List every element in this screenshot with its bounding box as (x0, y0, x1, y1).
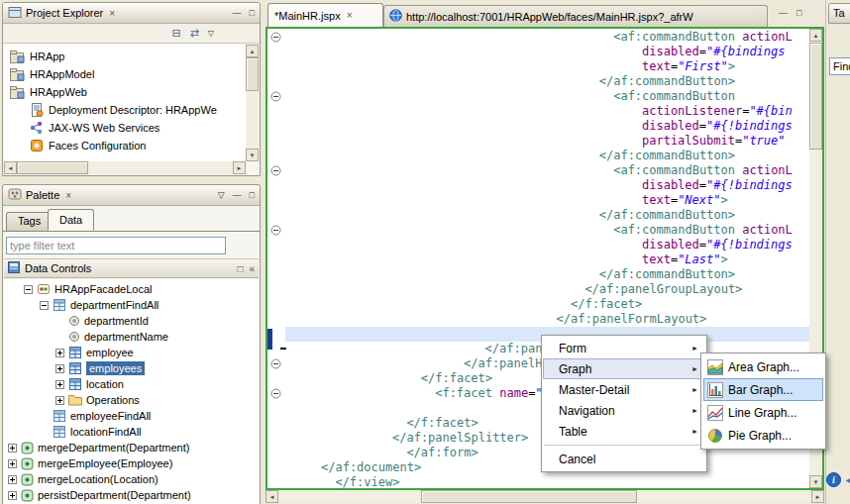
tree-item-faces-configuration[interactable]: Faces Configuration (4, 137, 246, 154)
tree-item-operations[interactable]: Operations (4, 392, 259, 408)
project-explorer-horizontal-scrollbar[interactable]: ◄ ► (4, 161, 246, 174)
tree-item-departmentid[interactable]: departmentId (4, 313, 259, 329)
close-icon[interactable]: × (109, 8, 115, 19)
expand-icon[interactable] (8, 459, 17, 468)
menu-item-graph[interactable]: Graph► (543, 358, 705, 379)
tree-item-departmentfindall[interactable]: departmentFindAll (4, 297, 259, 313)
tree-item-hrappweb[interactable]: HRAppWeb (4, 83, 246, 101)
code-line[interactable]: partialSubmit="true" (285, 134, 809, 149)
back-arrow-icon[interactable]: ◄ (843, 473, 850, 487)
editor-tab-browser[interactable]: http://localhost:7001/HRAppWeb/faces/Mai… (383, 5, 768, 27)
collapse-all-icon[interactable]: ⊟ (171, 27, 180, 40)
tree-item-persistdepartment-department[interactable]: persistDepartment(Department) (4, 487, 259, 503)
tree-item-locationfindall[interactable]: locationFindAll (4, 424, 259, 440)
tree-item-location[interactable]: location (4, 376, 259, 392)
fold-collapse-icon[interactable] (270, 358, 281, 369)
maximize-icon[interactable]: □ (797, 8, 801, 18)
code-line[interactable]: disabled="#{!bindings (285, 178, 809, 193)
code-line[interactable]: <af:commandButton (285, 89, 809, 104)
scrollbar-thumb[interactable] (809, 43, 822, 150)
expand-icon[interactable] (8, 491, 17, 500)
menu-item-table[interactable]: Table► (543, 421, 705, 442)
expand-icon[interactable] (55, 396, 64, 405)
code-line[interactable]: disabled="#{!bindings (285, 119, 809, 134)
minimize-icon[interactable]: — (779, 8, 788, 18)
scroll-right-icon[interactable]: ► (233, 161, 246, 174)
tree-item-hrappmodel[interactable]: HRAppModel (4, 65, 246, 83)
scrollbar-thumb[interactable] (421, 490, 637, 503)
menu-item-navigation[interactable]: Navigation► (543, 400, 705, 421)
code-line[interactable]: </af:commandButton> (285, 267, 809, 282)
code-line[interactable]: text="First"> (285, 59, 809, 74)
link-with-editor-icon[interactable]: ⇄ (190, 27, 199, 40)
collapse-section-icon[interactable]: « (249, 263, 255, 274)
fold-collapse-icon[interactable] (270, 388, 281, 399)
code-line[interactable]: text="Next"> (285, 193, 809, 208)
code-line[interactable]: actionListener="#{bin (285, 104, 809, 119)
right-panel-tab[interactable]: Ta (828, 3, 850, 24)
tree-item-mergedepartment-department[interactable]: mergeDepartment(Department) (4, 440, 259, 455)
menu-item-form[interactable]: Form► (543, 338, 705, 358)
code-line[interactable]: <af:commandButton actionL (285, 223, 809, 238)
submenu-item-line-graph[interactable]: Line Graph... (703, 401, 823, 424)
menu-item-master-detail[interactable]: Master-Detail► (543, 379, 705, 400)
project-explorer-vertical-scrollbar[interactable]: ▲ ▼ (246, 45, 259, 161)
close-icon[interactable]: × (347, 10, 353, 21)
scroll-down-icon[interactable]: ▼ (246, 149, 259, 161)
scroll-up-icon[interactable]: ▲ (246, 45, 259, 57)
view-menu-icon[interactable]: ▽ (208, 29, 214, 38)
tab-tags[interactable]: Tags (6, 212, 53, 231)
tree-item-employees[interactable]: employees (4, 360, 259, 376)
collapse-icon[interactable] (40, 301, 49, 310)
code-line[interactable]: <af:commandButton actionL (285, 30, 809, 45)
scroll-left-icon[interactable]: ◄ (4, 161, 17, 174)
tab-data[interactable]: Data (48, 209, 94, 231)
expand-icon[interactable] (8, 444, 17, 453)
menu-item-cancel[interactable]: Cancel (543, 449, 705, 469)
code-line[interactable]: </af:panelFormLayout> (285, 312, 809, 327)
submenu-item-pie-graph[interactable]: Pie Graph... (703, 424, 823, 447)
maximize-icon[interactable]: □ (250, 190, 255, 200)
view-menu-icon[interactable]: ▽ (218, 190, 225, 200)
tree-item-mergelocation-location[interactable]: mergeLocation(Location) (4, 471, 259, 487)
tree-item-deployment-descriptor-hrappwe[interactable]: Deployment Descriptor: HRAppWe (4, 101, 246, 119)
expand-icon[interactable] (8, 475, 17, 484)
tree-item-mergeemployee-employee[interactable]: mergeEmployee(Employee) (4, 455, 259, 471)
expand-icon[interactable] (55, 349, 64, 357)
tree-item-hrapp[interactable]: HRApp (4, 48, 246, 65)
tree-item-jax-ws-web-services[interactable]: JAX-WS Web Services (4, 119, 246, 137)
code-line[interactable]: </f:facet> (285, 297, 809, 312)
scroll-right-icon[interactable]: ► (811, 490, 824, 503)
scrollbar-thumb[interactable] (246, 57, 259, 91)
expand-icon[interactable] (55, 380, 64, 389)
filter-input[interactable] (6, 237, 226, 254)
tree-item-hrappfacadelocal[interactable]: HRAppFacadeLocal (4, 281, 259, 297)
info-icon[interactable]: i (826, 472, 841, 487)
minimize-icon[interactable]: — (233, 8, 242, 18)
tree-item-employeefindall[interactable]: employeeFindAll (4, 408, 259, 424)
collapse-icon[interactable] (24, 285, 33, 294)
expand-icon[interactable] (55, 364, 64, 373)
code-line[interactable]: </af:commandButton> (285, 74, 809, 89)
editor-horizontal-scrollbar[interactable]: ◄ ► (266, 490, 824, 503)
code-line[interactable]: </af:panelGroupLayout> (285, 282, 809, 297)
minimize-icon[interactable]: — (233, 190, 242, 200)
code-line[interactable]: <af:commandButton actionL (285, 163, 809, 178)
close-icon[interactable]: × (65, 190, 71, 201)
data-controls-header[interactable]: Data Controls □ « (4, 258, 259, 278)
code-line[interactable]: </af:commandButton> (285, 149, 809, 163)
maximize-icon[interactable]: □ (250, 8, 255, 18)
code-line[interactable]: disabled="#{!bindings (285, 238, 809, 252)
code-line[interactable]: text="Last"> (285, 252, 809, 267)
editor-tab-source[interactable]: *MainHR.jspx × (267, 3, 383, 27)
fold-collapse-icon[interactable] (270, 32, 281, 43)
scroll-down-icon[interactable]: ▼ (809, 475, 822, 488)
fold-collapse-icon[interactable] (270, 225, 281, 236)
fold-collapse-icon[interactable] (270, 91, 281, 102)
restore-icon[interactable]: □ (237, 263, 243, 274)
fold-collapse-icon[interactable] (270, 165, 281, 176)
tree-item-departmentname[interactable]: departmentName (4, 329, 259, 345)
code-line[interactable]: </f:view> (285, 475, 809, 488)
code-line[interactable]: </af:commandButton> (285, 208, 809, 223)
find-field[interactable]: Find (829, 57, 850, 75)
